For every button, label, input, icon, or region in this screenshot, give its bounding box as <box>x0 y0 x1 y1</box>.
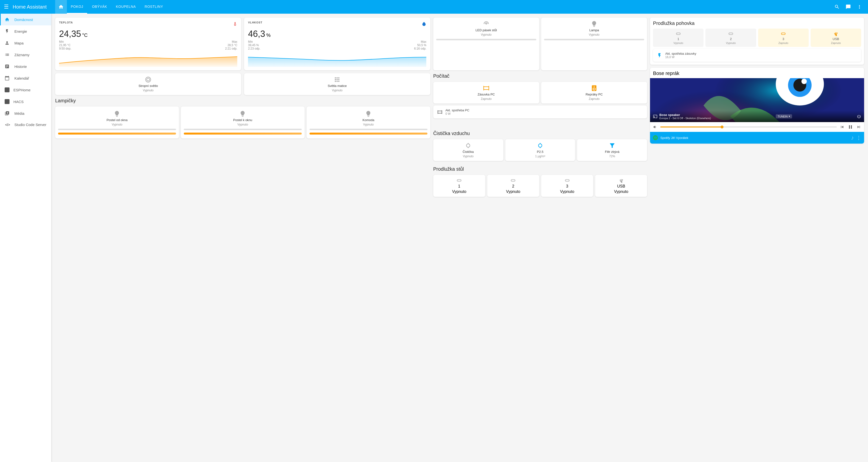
stul-outlet-usb-state: Vypnuto <box>614 189 628 194</box>
stul-outlet-usb[interactable]: USB Vypnuto <box>595 175 647 197</box>
sidebar-item-mapa[interactable]: Mapa <box>0 37 51 49</box>
temp-minmax: Min 21,95 °C 9:50 dop. Max 28,5 °C 2:21 … <box>59 40 237 50</box>
tab-koupelna[interactable]: KOUPELNA <box>112 0 140 14</box>
more-icon[interactable] <box>855 2 864 11</box>
sidebar: Domácnost Energie Mapa Záznamy Historie <box>0 14 51 462</box>
tab-pokoj[interactable]: POKOJ <box>67 0 87 14</box>
stul-outlet-1-num: 1 <box>458 184 460 188</box>
pocitac-devices: Zásuvka PC Zapnuto Repráky PC Zapnuto <box>433 82 647 103</box>
cisticka-device-name: Čistička <box>463 150 474 154</box>
topbar-actions <box>832 2 864 11</box>
sidebar-item-kalendar[interactable]: Kalendář <box>0 72 51 84</box>
sidebar-item-media[interactable]: Média <box>0 107 51 119</box>
postel-k-oknu-toggle[interactable] <box>184 129 302 130</box>
zasuvka-pc-name: Zásuvka PC <box>477 93 495 96</box>
postel-od-okna-brightness[interactable] <box>58 132 176 134</box>
stropni-svetlo-card[interactable]: Stropní světlo Vypnuto <box>55 73 241 95</box>
stul-outlet-1-state: Vypnuto <box>452 189 466 194</box>
zasuvka-pc-card[interactable]: Zásuvka PC Zapnuto <box>433 82 539 103</box>
pocitac-title: Počítač <box>433 73 647 79</box>
bose-progress-bar[interactable] <box>660 126 837 127</box>
komoda-toggle[interactable] <box>310 129 427 130</box>
volume-icon[interactable] <box>653 125 657 129</box>
humidity-min-time: 2:23 odp. <box>248 47 260 50</box>
outlet-pohovka-2-icon <box>728 31 734 36</box>
komoda-brightness[interactable] <box>310 132 427 134</box>
lampa-card[interactable]: Lampa Vypnuto <box>541 18 647 70</box>
cisticka-title: Čistička vzduchu <box>433 131 647 136</box>
search-icon[interactable] <box>832 2 842 11</box>
next-track-icon[interactable] <box>856 125 861 129</box>
spotify-logo <box>653 135 658 140</box>
chat-icon[interactable] <box>844 2 853 11</box>
tab-obyvak[interactable]: OBÝVÁK <box>88 0 111 14</box>
stul-outlet-3[interactable]: 3 Vypnuto <box>541 175 593 197</box>
postel-k-oknu-state: Vypnuto <box>238 123 248 126</box>
lampa-toggle[interactable] <box>544 39 644 40</box>
bose-artwork: SET IT OFF Bose speaker Evropa 2 - Set <box>650 78 864 122</box>
cast-icon[interactable] <box>653 114 657 119</box>
sidebar-item-historie[interactable]: Historie <box>0 61 51 72</box>
humidity-icon <box>422 21 427 27</box>
sidebar-item-domacnost[interactable]: Domácnost <box>0 14 51 25</box>
akt-spotreba-pc-value: 0 W <box>445 112 469 116</box>
sidebar-item-zaznamy[interactable]: Záznamy <box>0 49 51 61</box>
svg-point-6 <box>802 79 807 84</box>
home-tab-icon[interactable] <box>55 0 67 14</box>
sidebar-label-hacs: HACS <box>13 100 24 104</box>
tab-rostliny[interactable]: ROSTLINY <box>141 0 167 14</box>
bose-card: Bose reprák <box>650 68 864 144</box>
power-button[interactable] <box>857 114 861 119</box>
list-icon <box>5 52 10 57</box>
led-pasek-card[interactable]: LED pásek stůl Vypnuto <box>433 18 539 70</box>
humidity-card: VLHKOST 46,3 % Min 39,45 % 2:23 odp. <box>244 18 430 70</box>
outlet-pohovka-1-state: Vypnuto <box>674 41 683 44</box>
temp-value: 24,35 <box>59 29 81 39</box>
temp-min-label: Min <box>59 40 71 43</box>
spotify-more-icon[interactable]: ⋮ <box>856 135 861 141</box>
prodluzka-stul-section: Prodlužka stůl 1 Vypnuto 2 V <box>433 166 647 197</box>
outlet-pohovka-usb[interactable]: USB Zapnuto <box>811 29 861 47</box>
main-grid: TEPLOTA 24,35 °C Min 21,95 °C 9:50 dop. <box>55 18 864 214</box>
temp-label: TEPLOTA <box>59 21 73 24</box>
sidebar-item-hacs[interactable]: HACS <box>0 96 51 107</box>
outlet-pohovka-3[interactable]: 3 Zapnuto <box>758 29 809 47</box>
postel-od-okna-toggle[interactable] <box>58 129 176 130</box>
bose-speaker-name: Bose speaker <box>659 113 711 117</box>
pause-icon[interactable] <box>847 124 854 130</box>
humidity-max-label: Max <box>414 40 427 43</box>
humidity-max-value: 50,5 % <box>414 43 427 47</box>
stul-outlet-2[interactable]: 2 Vypnuto <box>487 175 539 197</box>
led-pasek-toggle[interactable] <box>436 39 536 40</box>
zasuvka-pc-icon <box>483 85 490 92</box>
menu-icon[interactable]: ☰ <box>4 4 9 10</box>
stul-outlet-1[interactable]: 1 Vypnuto <box>433 175 485 197</box>
sidebar-label-zaznamy: Záznamy <box>14 53 30 57</box>
postel-od-okna-card[interactable]: Postel od okna Vypnuto <box>55 106 179 138</box>
sidebar-item-energie[interactable]: Energie <box>0 25 51 37</box>
spotify-bar: Spotify Jiří Vyorálek ♪ ⋮ <box>650 132 864 144</box>
power-icon <box>657 53 662 58</box>
prev-track-icon[interactable] <box>840 125 844 129</box>
postel-k-oknu-brightness[interactable] <box>184 132 302 134</box>
komoda-card[interactable]: Komoda Vypnuto <box>307 106 430 138</box>
outlet-pohovka-3-state: Zapnuto <box>778 41 788 44</box>
postel-od-okna-name: Postel od okna <box>106 118 127 122</box>
outlet-pohovka-2[interactable]: 2 Vypnuto <box>706 29 756 47</box>
tunein-badge: TUNEIN ▾ <box>776 114 792 118</box>
outlet-pohovka-1[interactable]: 1 Vypnuto <box>653 29 704 47</box>
cisticka-device-card[interactable]: Čistička Vypnuto <box>433 139 503 161</box>
svetla-matice-card[interactable]: Světla matice Vypnuto <box>244 73 430 95</box>
postel-k-oknu-card[interactable]: Postel k oknu Vypnuto <box>181 106 305 138</box>
stul-outlet-3-num: 3 <box>566 184 568 188</box>
calendar-icon <box>5 76 10 81</box>
komoda-name: Komoda <box>363 118 374 122</box>
sidebar-item-studio[interactable]: </> Studio Code Server <box>0 119 51 130</box>
repaky-pc-card[interactable]: Repráky PC Zapnuto <box>541 82 647 103</box>
sidebar-item-esphome[interactable]: ESPHome <box>0 84 51 96</box>
repaky-pc-name: Repráky PC <box>586 93 603 96</box>
tunein-label: TUNEIN <box>778 115 788 118</box>
bose-controls <box>650 122 864 132</box>
komoda-icon <box>365 111 372 117</box>
code-icon: </> <box>5 123 10 127</box>
